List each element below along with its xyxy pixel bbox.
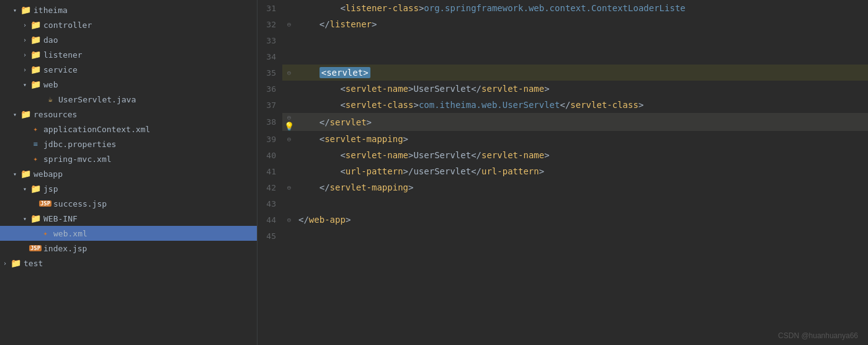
gutter-40 [282, 147, 296, 163]
line-number-41: 41 [257, 163, 282, 179]
sidebar-item-dao[interactable]: › 📁 dao [0, 32, 257, 47]
xml-file-icon-spring: ✦ [30, 155, 41, 163]
folder-icon-dao: 📁 [30, 35, 41, 45]
code-content-39: <servlet-mapping> [296, 131, 868, 147]
code-content-36: <servlet-name>UserServlet</servlet-name> [296, 81, 868, 97]
gutter-43 [282, 195, 296, 212]
sidebar-label-test: test [24, 259, 257, 268]
fold-icon-39[interactable]: ⊖ [287, 135, 292, 143]
file-tree[interactable]: ▾ 📁 itheima › 📁 controller › 📁 dao › 📁 l… [0, 0, 257, 345]
code-line-38: 38 ⊖ 💡 </servlet> [257, 113, 868, 131]
gutter-39: ⊖ [282, 131, 296, 147]
sidebar-item-resources[interactable]: ▾ 📁 resources [0, 107, 257, 122]
expand-arrow-test: › [0, 260, 10, 267]
gutter-37 [282, 97, 296, 113]
code-line-31: 31 <listener-class>org.springframework.w… [257, 0, 868, 16]
sidebar-label-spring-mvc: spring-mvc.xml [43, 155, 257, 164]
folder-icon-jsp: 📁 [30, 184, 41, 194]
code-content-43 [296, 195, 868, 212]
sidebar-item-service[interactable]: › 📁 service [0, 62, 257, 77]
folder-icon-webapp: 📁 [20, 169, 31, 179]
line-number-42: 42 [257, 179, 282, 195]
jsp-file-icon-index: JSP [30, 245, 41, 251]
code-line-40: 40 <servlet-name>UserServlet</servlet-na… [257, 147, 868, 163]
gutter-45 [282, 228, 296, 244]
folder-icon-resources: 📁 [20, 109, 31, 119]
gutter-31 [282, 0, 296, 16]
gutter-41 [282, 163, 296, 179]
gutter-36 [282, 81, 296, 97]
code-content-37: <servlet-class>com.itheima.web.UserServl… [296, 97, 868, 113]
code-line-45: 45 [257, 228, 868, 244]
code-line-42: 42 ⊖ </servlet-mapping> [257, 179, 868, 195]
sidebar-item-itheima[interactable]: ▾ 📁 itheima [0, 2, 257, 17]
code-line-34: 34 [257, 48, 868, 65]
sidebar-item-test[interactable]: › 📁 test [0, 256, 257, 271]
fold-icon-42[interactable]: ⊖ [287, 184, 292, 192]
gutter-44: ⊖ [282, 212, 296, 228]
xml-file-icon-appctx: ✦ [30, 125, 41, 133]
expand-arrow-itheima: ▾ [10, 7, 20, 14]
code-line-33: 33 [257, 32, 868, 48]
sidebar-item-controller[interactable]: › 📁 controller [0, 17, 257, 32]
sidebar-item-spring-mvc[interactable]: ✦ spring-mvc.xml [0, 151, 257, 166]
sidebar-item-applicationcontext[interactable]: ✦ applicationContext.xml [0, 122, 257, 137]
gutter-42: ⊖ [282, 179, 296, 195]
expand-arrow-controller: › [20, 22, 30, 29]
code-content-33 [296, 32, 868, 48]
sidebar-item-userservlet-java[interactable]: ☕ UserServlet.java [0, 92, 257, 107]
fold-icon-38[interactable]: ⊖ [287, 114, 292, 122]
code-line-43: 43 [257, 195, 868, 212]
sidebar-label-jdbc: jdbc.properties [43, 140, 257, 149]
sidebar-item-web[interactable]: ▾ 📁 web [0, 77, 257, 92]
folder-icon-webinf: 📁 [30, 213, 41, 223]
sidebar-label-success-jsp: success.jsp [53, 199, 257, 208]
expand-arrow-web: ▾ [20, 81, 30, 88]
code-line-44: 44 ⊖ </web-app> [257, 212, 868, 228]
sidebar-item-listener[interactable]: › 📁 listener [0, 47, 257, 62]
expand-arrow-resources: ▾ [10, 111, 20, 118]
code-content-32: </listener> [296, 16, 868, 32]
line-number-36: 36 [257, 81, 282, 97]
sidebar-item-jsp-folder[interactable]: ▾ 📁 jsp [0, 181, 257, 196]
fold-icon-44[interactable]: ⊖ [287, 216, 292, 224]
sidebar-label-dao: dao [43, 35, 257, 45]
folder-icon-controller: 📁 [30, 20, 41, 30]
code-line-41: 41 <url-pattern>/userServlet</url-patter… [257, 163, 868, 179]
line-number-44: 44 [257, 212, 282, 228]
sidebar-item-success-jsp[interactable]: JSP success.jsp [0, 196, 257, 211]
line-number-33: 33 [257, 32, 282, 48]
expand-arrow-service: › [20, 66, 30, 73]
sidebar-item-webinf[interactable]: ▾ 📁 WEB-INF [0, 211, 257, 226]
folder-icon-web: 📁 [30, 79, 41, 89]
sidebar-label-userservlet-java: UserServlet.java [58, 95, 257, 104]
code-content-34 [296, 48, 868, 65]
line-number-31: 31 [257, 0, 282, 16]
code-line-35: 35 ⊖ <servlet> [257, 65, 868, 81]
sidebar-label-jsp-folder: jsp [43, 184, 257, 194]
line-number-37: 37 [257, 97, 282, 113]
sidebar-item-webapp[interactable]: ▾ 📁 webapp [0, 166, 257, 181]
bulb-icon-38[interactable]: 💡 [284, 122, 294, 131]
line-number-43: 43 [257, 195, 282, 212]
line-number-35: 35 [257, 65, 282, 81]
fold-icon-32[interactable]: ⊖ [287, 20, 292, 29]
sidebar-label-resources: resources [34, 110, 257, 119]
sidebar-label-service: service [43, 65, 257, 74]
line-number-38: 38 [257, 113, 282, 131]
java-file-icon: ☕ [45, 95, 56, 104]
sidebar-label-index-jsp: index.jsp [43, 244, 257, 253]
folder-icon-listener: 📁 [30, 50, 41, 60]
sidebar-item-jdbc[interactable]: ≡ jdbc.properties [0, 137, 257, 151]
sidebar-item-web-xml[interactable]: ✦ web.xml [0, 226, 257, 241]
folder-icon-test: 📁 [10, 258, 21, 268]
code-content-35: <servlet> [296, 65, 868, 81]
expand-arrow-webapp: ▾ [10, 171, 20, 177]
fold-icon-35[interactable]: ⊖ [287, 69, 292, 77]
sidebar-item-index-jsp[interactable]: JSP index.jsp [0, 241, 257, 256]
line-number-32: 32 [257, 16, 282, 32]
folder-icon-itheima: 📁 [20, 5, 31, 15]
line-number-34: 34 [257, 48, 282, 65]
sidebar-label-itheima: itheima [34, 6, 257, 15]
gutter-32: ⊖ [282, 16, 296, 32]
